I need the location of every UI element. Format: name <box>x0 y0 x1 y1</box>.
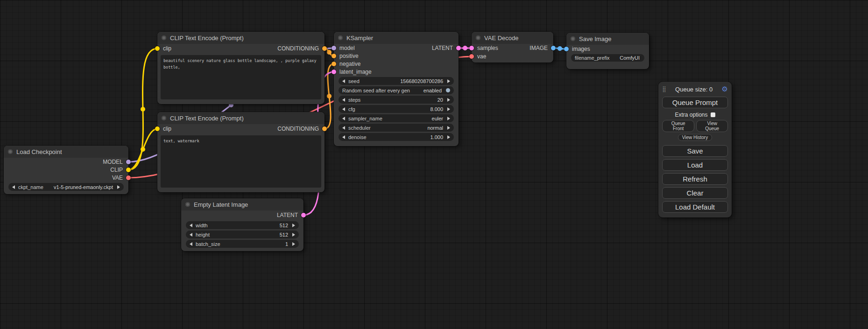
node-vae-decode[interactable]: VAE Decode samples IMAGE vae <box>472 32 553 63</box>
history-button-row: View History <box>662 134 728 141</box>
clear-button[interactable]: Clear <box>662 187 728 199</box>
refresh-button[interactable]: Refresh <box>662 173 728 185</box>
widget-value: 512 <box>279 223 289 228</box>
slot-row: images <box>566 45 649 53</box>
drag-handle-icon[interactable]: ⣿ <box>662 86 666 92</box>
widget-name: scheduler <box>348 125 371 131</box>
random-seed-toggle[interactable]: Random seed after every gen enabled <box>339 86 454 94</box>
input-slot-latent-image[interactable] <box>332 70 336 74</box>
queue-front-button[interactable]: Queue Front <box>662 120 694 132</box>
input-slot-clip[interactable] <box>155 126 160 131</box>
input-slot-images[interactable] <box>564 47 569 51</box>
positive-prompt-textarea[interactable]: beautiful scenery nature glass bottle la… <box>161 55 321 99</box>
arrow-right-icon[interactable] <box>292 224 295 227</box>
node-titlebar[interactable]: CLIP Text Encode (Prompt) <box>157 112 325 124</box>
extra-options-label: Extra options <box>675 112 707 118</box>
negative-prompt-textarea[interactable]: text, watermark <box>161 135 321 188</box>
node-ksampler[interactable]: KSampler model LATENT positive negative … <box>334 32 459 146</box>
arrow-right-icon[interactable] <box>292 233 295 237</box>
node-clip-text-encode-positive[interactable]: CLIP Text Encode (Prompt) clip CONDITION… <box>157 32 325 104</box>
arrow-right-icon[interactable] <box>447 79 450 83</box>
node-titlebar[interactable]: KSampler <box>334 32 459 44</box>
collapse-dot-icon[interactable] <box>338 35 343 40</box>
load-button[interactable]: Load <box>662 159 728 171</box>
link-dot-clip1 <box>141 107 145 112</box>
node-title: VAE Decode <box>484 35 518 42</box>
arrow-left-icon[interactable] <box>342 98 345 102</box>
toggle-knob-icon[interactable] <box>446 88 450 92</box>
input-slot-positive[interactable] <box>332 54 336 58</box>
node-titlebar[interactable]: Load Checkpoint <box>4 146 128 158</box>
filename-prefix-widget[interactable]: filename_prefix ComfyUI <box>571 54 644 62</box>
view-history-button[interactable]: View History <box>678 134 712 141</box>
arrow-left-icon[interactable] <box>12 185 15 189</box>
node-empty-latent-image[interactable]: Empty Latent Image LATENT width 512 heig… <box>181 198 303 251</box>
extra-options-checkbox[interactable] <box>711 112 715 117</box>
steps-widget[interactable]: steps 20 <box>339 96 454 104</box>
arrow-left-icon[interactable] <box>342 135 345 139</box>
height-widget[interactable]: height 512 <box>186 231 299 238</box>
node-graph-canvas[interactable]: Load Checkpoint MODEL CLIP VAE ckpt_name… <box>0 0 868 329</box>
collapse-dot-icon[interactable] <box>476 35 480 40</box>
slot-row: positive <box>334 52 459 60</box>
output-slot-model[interactable] <box>126 160 131 164</box>
denoise-widget[interactable]: denoise 1.000 <box>339 133 454 141</box>
collapse-dot-icon[interactable] <box>162 35 166 40</box>
node-save-image[interactable]: Save Image images filename_prefix ComfyU… <box>566 33 649 69</box>
node-load-checkpoint[interactable]: Load Checkpoint MODEL CLIP VAE ckpt_name… <box>4 146 128 194</box>
collapse-dot-icon[interactable] <box>571 36 575 41</box>
arrow-left-icon[interactable] <box>190 242 192 246</box>
collapse-dot-icon[interactable] <box>162 116 166 120</box>
node-clip-text-encode-negative[interactable]: CLIP Text Encode (Prompt) clip CONDITION… <box>157 112 325 192</box>
load-default-button[interactable]: Load Default <box>662 201 728 213</box>
output-slot-conditioning[interactable] <box>322 46 327 51</box>
width-widget[interactable]: width 512 <box>186 221 299 229</box>
input-label-clip: clip <box>163 45 171 52</box>
save-button[interactable]: Save <box>662 145 728 157</box>
widget-name: cfg <box>348 106 355 112</box>
arrow-right-icon[interactable] <box>447 98 450 102</box>
arrow-right-icon[interactable] <box>447 117 450 120</box>
input-slot-negative[interactable] <box>332 62 336 66</box>
arrow-right-icon[interactable] <box>447 135 450 139</box>
arrow-right-icon[interactable] <box>447 107 450 111</box>
arrow-left-icon[interactable] <box>190 224 192 227</box>
output-slot-latent[interactable] <box>456 46 461 50</box>
arrow-right-icon[interactable] <box>117 185 120 189</box>
collapse-dot-icon[interactable] <box>185 202 190 207</box>
arrow-left-icon[interactable] <box>342 117 345 120</box>
cfg-widget[interactable]: cfg 8.000 <box>339 105 454 113</box>
input-slot-model[interactable] <box>332 46 336 50</box>
node-titlebar[interactable]: CLIP Text Encode (Prompt) <box>157 32 325 44</box>
sampler-name-combo[interactable]: sampler_name euler <box>339 114 454 122</box>
output-slot-conditioning[interactable] <box>322 126 327 131</box>
input-slot-clip[interactable] <box>155 46 160 51</box>
batch-size-widget[interactable]: batch_size 1 <box>186 240 299 248</box>
ckpt-name-combo[interactable]: ckpt_name v1-5-pruned-emaonly.ckpt <box>8 183 124 191</box>
scheduler-combo[interactable]: scheduler normal <box>339 124 454 132</box>
arrow-left-icon[interactable] <box>342 126 345 130</box>
node-titlebar[interactable]: Empty Latent Image <box>181 198 303 210</box>
input-label-latent-image: latent_image <box>339 69 372 75</box>
output-slot-clip[interactable] <box>126 168 131 172</box>
input-slot-samples[interactable] <box>469 46 474 50</box>
view-queue-button[interactable]: View Queue <box>696 120 728 132</box>
arrow-left-icon[interactable] <box>342 79 345 83</box>
node-titlebar[interactable]: VAE Decode <box>472 32 553 44</box>
arrow-right-icon[interactable] <box>292 242 295 246</box>
queue-prompt-button[interactable]: Queue Prompt <box>662 97 728 108</box>
widget-value: 156680208700286 <box>399 78 444 84</box>
arrow-left-icon[interactable] <box>190 233 192 237</box>
arrow-right-icon[interactable] <box>447 126 450 130</box>
output-slot-vae[interactable] <box>126 175 131 180</box>
node-title: Save Image <box>579 35 611 42</box>
input-slot-vae[interactable] <box>469 54 474 59</box>
output-slot-image[interactable] <box>551 46 556 50</box>
collapse-dot-icon[interactable] <box>8 149 13 154</box>
node-titlebar[interactable]: Save Image <box>566 33 649 45</box>
settings-gear-icon[interactable]: ⚙ <box>722 85 728 93</box>
extra-options-row: Extra options <box>662 112 728 118</box>
output-slot-latent[interactable] <box>301 213 306 217</box>
arrow-left-icon[interactable] <box>342 107 345 111</box>
seed-widget[interactable]: seed 156680208700286 <box>339 77 454 85</box>
